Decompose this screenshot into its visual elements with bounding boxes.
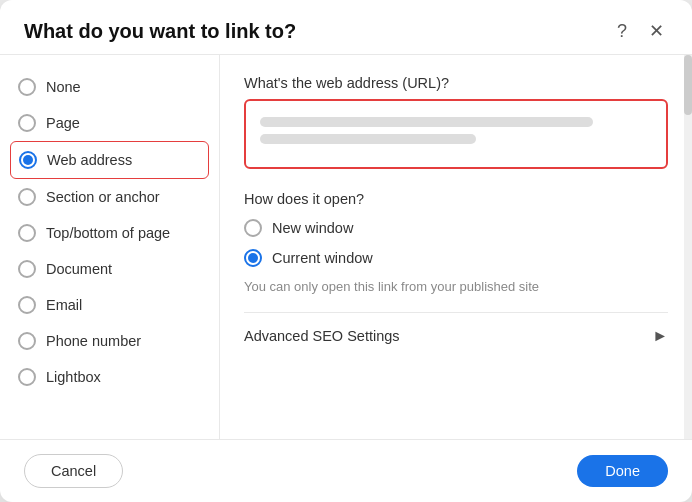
sidebar-item-phone-number[interactable]: Phone number	[0, 323, 219, 359]
radio-page	[18, 114, 36, 132]
label-new-window: New window	[272, 220, 353, 236]
scrollbar-track	[684, 55, 692, 439]
option-current-window[interactable]: Current window	[244, 249, 668, 267]
sidebar-item-section-anchor[interactable]: Section or anchor	[0, 179, 219, 215]
option-new-window[interactable]: New window	[244, 219, 668, 237]
label-current-window: Current window	[272, 250, 373, 266]
cancel-button[interactable]: Cancel	[24, 454, 123, 488]
sidebar-label-top-bottom: Top/bottom of page	[46, 225, 170, 241]
url-input-box[interactable]	[244, 99, 668, 169]
radio-lightbox	[18, 368, 36, 386]
chevron-right-icon: ►	[652, 327, 668, 345]
url-placeholder	[260, 117, 652, 144]
radio-section-anchor	[18, 188, 36, 206]
notice-text: You can only open this link from your pu…	[244, 279, 668, 294]
url-bar-2	[260, 134, 476, 144]
help-button[interactable]: ?	[613, 19, 631, 44]
sidebar-item-email[interactable]: Email	[0, 287, 219, 323]
url-label: What's the web address (URL)?	[244, 75, 668, 91]
dialog-header: What do you want to link to? ? ✕	[0, 0, 692, 55]
dialog-title: What do you want to link to?	[24, 20, 296, 43]
open-label: How does it open?	[244, 191, 668, 207]
main-content: What's the web address (URL)? How does i…	[220, 55, 692, 439]
sidebar-label-lightbox: Lightbox	[46, 369, 101, 385]
close-button[interactable]: ✕	[645, 18, 668, 44]
sidebar-item-web-address[interactable]: Web address	[10, 141, 209, 179]
radio-web-address	[19, 151, 37, 169]
sidebar-label-email: Email	[46, 297, 82, 313]
advanced-seo-row[interactable]: Advanced SEO Settings ►	[244, 313, 668, 347]
sidebar-item-page[interactable]: Page	[0, 105, 219, 141]
sidebar-label-page: Page	[46, 115, 80, 131]
sidebar-item-lightbox[interactable]: Lightbox	[0, 359, 219, 395]
done-button[interactable]: Done	[577, 455, 668, 487]
sidebar-item-document[interactable]: Document	[0, 251, 219, 287]
sidebar-item-top-bottom[interactable]: Top/bottom of page	[0, 215, 219, 251]
scrollbar-thumb[interactable]	[684, 55, 692, 115]
advanced-label: Advanced SEO Settings	[244, 328, 400, 344]
sidebar-label-section-anchor: Section or anchor	[46, 189, 160, 205]
radio-email	[18, 296, 36, 314]
dialog-body: None Page Web address Section or anchor …	[0, 55, 692, 439]
link-dialog: What do you want to link to? ? ✕ None Pa…	[0, 0, 692, 502]
radio-none	[18, 78, 36, 96]
header-icons: ? ✕	[613, 18, 668, 44]
radio-top-bottom	[18, 224, 36, 242]
radio-new-window	[244, 219, 262, 237]
dialog-footer: Cancel Done	[0, 439, 692, 502]
sidebar-label-web-address: Web address	[47, 152, 132, 168]
radio-document	[18, 260, 36, 278]
sidebar: None Page Web address Section or anchor …	[0, 55, 220, 439]
url-bar-1	[260, 117, 593, 127]
sidebar-label-phone-number: Phone number	[46, 333, 141, 349]
sidebar-label-none: None	[46, 79, 81, 95]
radio-current-window	[244, 249, 262, 267]
sidebar-item-none[interactable]: None	[0, 69, 219, 105]
sidebar-label-document: Document	[46, 261, 112, 277]
radio-phone-number	[18, 332, 36, 350]
